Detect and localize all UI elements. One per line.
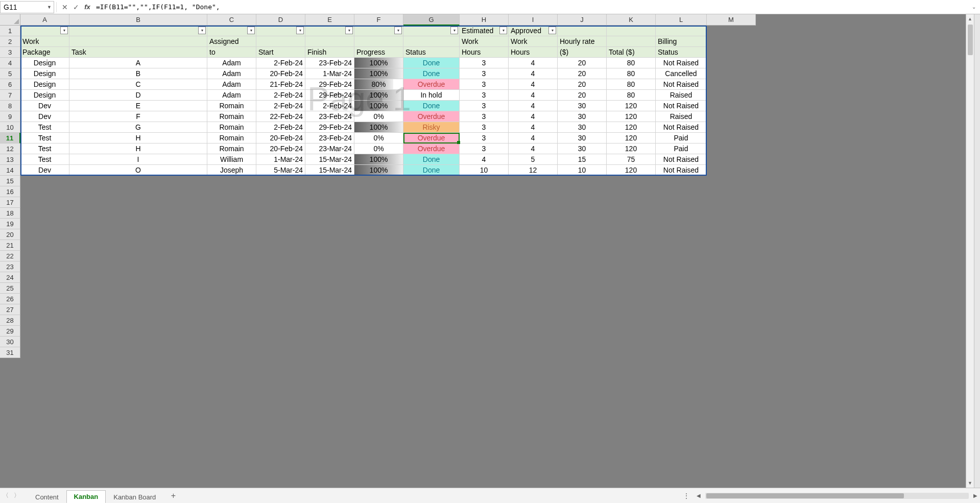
filter-dropdown-button[interactable]: ▾: [394, 27, 402, 34]
row-header-11[interactable]: 11: [0, 133, 20, 143]
cell[interactable]: 1-Mar-24: [256, 154, 305, 165]
cell[interactable]: 3: [460, 101, 509, 111]
name-box[interactable]: G11 ▼: [0, 1, 54, 13]
cell[interactable]: C: [69, 79, 207, 90]
cell[interactable]: Done: [403, 165, 460, 176]
cell[interactable]: Joseph: [207, 165, 256, 176]
cell[interactable]: Assigned: [207, 36, 256, 47]
accept-formula-button[interactable]: ✓: [70, 2, 82, 13]
row-header-15[interactable]: 15: [0, 176, 20, 186]
cell[interactable]: [558, 26, 607, 36]
cell[interactable]: Design: [20, 79, 69, 90]
cell[interactable]: Design: [20, 90, 69, 101]
cell[interactable]: 100%: [354, 58, 403, 68]
cell[interactable]: ▾: [20, 26, 69, 36]
cell[interactable]: D: [69, 90, 207, 101]
cell[interactable]: Design: [20, 58, 69, 68]
cell[interactable]: Overdue: [403, 133, 460, 143]
row-header-30[interactable]: 30: [0, 337, 20, 347]
cell[interactable]: 2-Feb-24: [256, 58, 305, 68]
cell[interactable]: 20: [558, 58, 607, 68]
cell[interactable]: Total ($): [607, 47, 656, 58]
cell[interactable]: 1-Mar-24: [305, 68, 354, 79]
cell[interactable]: 80: [607, 90, 656, 101]
cell[interactable]: 3: [460, 90, 509, 101]
cell[interactable]: 4: [509, 133, 558, 143]
scroll-down-button[interactable]: ▼: [968, 478, 972, 488]
cell[interactable]: Romain: [207, 111, 256, 122]
sheet-tab-content[interactable]: Content: [28, 491, 66, 503]
cell[interactable]: 75: [607, 154, 656, 165]
cell[interactable]: Hours: [460, 47, 509, 58]
horizontal-scroll-thumb[interactable]: [706, 493, 904, 498]
cell[interactable]: Progress: [354, 47, 403, 58]
cell[interactable]: 10: [460, 165, 509, 176]
row-header-26[interactable]: 26: [0, 294, 20, 304]
cell[interactable]: 29-Feb-24: [305, 79, 354, 90]
cell[interactable]: 80: [607, 68, 656, 79]
cell[interactable]: Not Raised: [656, 165, 707, 176]
cell[interactable]: [256, 36, 305, 47]
cell[interactable]: 120: [607, 101, 656, 111]
cell[interactable]: Task: [69, 47, 207, 58]
row-header-8[interactable]: 8: [0, 101, 20, 111]
cell[interactable]: 3: [460, 133, 509, 143]
cell[interactable]: Raised: [656, 90, 707, 101]
cell[interactable]: In hold: [403, 90, 460, 101]
cell[interactable]: Start: [256, 47, 305, 58]
cell[interactable]: [305, 36, 354, 47]
cell[interactable]: Overdue: [403, 143, 460, 154]
cell[interactable]: 4: [509, 79, 558, 90]
cell[interactable]: H: [69, 143, 207, 154]
cell[interactable]: 4: [509, 143, 558, 154]
cell[interactable]: 4: [509, 111, 558, 122]
cell[interactable]: 5-Mar-24: [256, 165, 305, 176]
row-header-22[interactable]: 22: [0, 251, 20, 261]
cell[interactable]: [656, 26, 707, 36]
scroll-left-button[interactable]: ◀: [694, 493, 703, 498]
cancel-formula-button[interactable]: ✕: [59, 2, 70, 13]
cell[interactable]: O: [69, 165, 207, 176]
cell[interactable]: 3: [460, 122, 509, 133]
cell[interactable]: [607, 36, 656, 47]
cell[interactable]: Finish: [305, 47, 354, 58]
cell[interactable]: ▾: [256, 26, 305, 36]
column-header-E[interactable]: E: [305, 14, 354, 26]
filter-dropdown-button[interactable]: ▾: [499, 27, 507, 34]
cell[interactable]: 2-Feb-24: [256, 90, 305, 101]
cell[interactable]: Not Raised: [656, 154, 707, 165]
cell[interactable]: 4: [509, 101, 558, 111]
row-header-27[interactable]: 27: [0, 304, 20, 315]
cell[interactable]: 0%: [354, 133, 403, 143]
row-header-24[interactable]: 24: [0, 272, 20, 283]
cell[interactable]: 30: [558, 101, 607, 111]
row-header-23[interactable]: 23: [0, 261, 20, 272]
cell[interactable]: Adam: [207, 90, 256, 101]
horizontal-scrollbar[interactable]: ◀ ▶: [694, 493, 980, 499]
cell[interactable]: 120: [607, 165, 656, 176]
cell[interactable]: 29-Feb-24: [305, 90, 354, 101]
cell[interactable]: 3: [460, 79, 509, 90]
cell[interactable]: 3: [460, 58, 509, 68]
cell[interactable]: 5: [509, 154, 558, 165]
cell[interactable]: 20: [558, 68, 607, 79]
cell[interactable]: Work: [20, 36, 69, 47]
filter-dropdown-button[interactable]: ▾: [247, 27, 255, 34]
cell[interactable]: 20: [558, 79, 607, 90]
column-header-K[interactable]: K: [607, 14, 656, 26]
cell[interactable]: Approved▾: [509, 26, 558, 36]
add-sheet-button[interactable]: +: [168, 491, 179, 500]
cell[interactable]: Not Raised: [656, 79, 707, 90]
cell[interactable]: 23-Mar-24: [305, 143, 354, 154]
column-header-J[interactable]: J: [558, 14, 607, 26]
cell[interactable]: Risky: [403, 122, 460, 133]
formula-input[interactable]: =IF(B11="","",IF(F11=1, "Done",: [93, 1, 968, 13]
cell[interactable]: 100%: [354, 68, 403, 79]
row-header-5[interactable]: 5: [0, 68, 20, 79]
row-header-28[interactable]: 28: [0, 315, 20, 326]
cell[interactable]: 30: [558, 143, 607, 154]
chevron-down-icon[interactable]: ▼: [47, 5, 52, 10]
cell[interactable]: Romain: [207, 143, 256, 154]
row-header-6[interactable]: 6: [0, 79, 20, 90]
row-header-25[interactable]: 25: [0, 283, 20, 294]
